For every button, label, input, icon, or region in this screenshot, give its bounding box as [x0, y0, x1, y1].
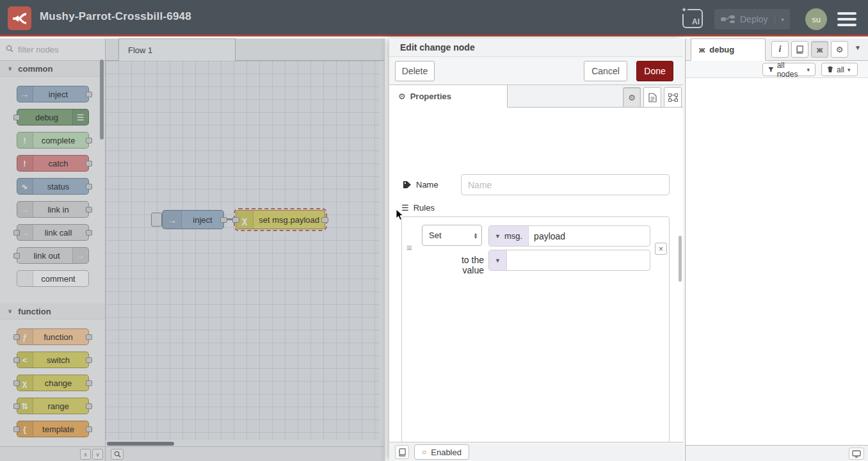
tray-footer: ○ Enabled	[389, 442, 683, 461]
node-red-logo-icon	[8, 6, 31, 30]
rule-property-input[interactable]: ▼ msg. payload	[488, 225, 650, 247]
tray-form: Name ☰ Rules ≡ Set ▴▾ ▼ msg. payload	[389, 108, 683, 442]
node-output-port	[86, 92, 92, 97]
node-enabled-toggle[interactable]: ○ Enabled	[414, 444, 469, 460]
tray-toolbar: Delete Cancel Done	[389, 57, 683, 85]
delete-button[interactable]: Delete	[395, 61, 435, 81]
rule-value-input[interactable]: ▼	[488, 250, 650, 271]
palette-node-link-call[interactable]: →link call	[17, 224, 89, 241]
palette-node-status[interactable]: ∿status	[17, 178, 89, 195]
flow-canvas[interactable]: →injectχset msg.payload	[106, 61, 384, 461]
help-tab-button[interactable]	[791, 41, 808, 58]
sidebar-tabbar: ж debug i ж ⚙ ▼	[686, 38, 868, 61]
deploy-options-caret[interactable]: ▾	[775, 16, 790, 23]
palette-filter-input[interactable]	[18, 42, 100, 56]
palette-node-comment[interactable]: “comment	[17, 270, 89, 287]
canvas-v-scrollbar[interactable]	[380, 61, 384, 440]
chevron-down-icon: ▾	[807, 67, 810, 73]
info-icon: i	[779, 44, 782, 54]
palette-search[interactable]	[0, 38, 105, 61]
canvas-search-button[interactable]	[111, 449, 124, 460]
node-red-app: Mushy-Parrot-Crossbill-6948 ✦ AI Deploy …	[0, 0, 868, 461]
palette-node-link-in[interactable]: →link in	[17, 201, 89, 218]
gear-icon: ⚙	[836, 45, 844, 54]
tab-appearance-button[interactable]	[664, 87, 682, 108]
node-input-port[interactable]	[232, 217, 239, 223]
node-output-port[interactable]	[220, 217, 227, 223]
expand-categories-button[interactable]: ∨	[92, 449, 103, 460]
gear-icon: ⚙	[628, 93, 636, 102]
debug-clear-button[interactable]: all ▾	[821, 63, 858, 76]
palette-node-template[interactable]: {template	[17, 421, 89, 437]
debug-messages-panel[interactable]	[686, 78, 868, 445]
complete-bang-icon: !	[17, 133, 33, 148]
config-nodes-tab-button[interactable]: ⚙	[831, 41, 848, 58]
node-output-port	[86, 161, 92, 166]
collapse-categories-button[interactable]: ∧	[80, 449, 91, 460]
document-icon	[648, 93, 657, 102]
tab-debug[interactable]: ж debug	[691, 38, 766, 61]
workspace-title: Mushy-Parrot-Crossbill-6948	[40, 10, 191, 23]
sidebar-menu-caret[interactable]: ▼	[855, 44, 861, 51]
monitor-icon	[852, 450, 861, 458]
tab-description-button[interactable]	[643, 87, 661, 108]
edit-tray: Edit change node Delete Cancel Done ⚙ Pr…	[389, 38, 683, 461]
circle-icon: ○	[422, 448, 426, 457]
property-type-button[interactable]: ▼ msg.	[489, 226, 529, 246]
inject-trigger-button[interactable]	[151, 213, 162, 227]
palette-node-complete[interactable]: !complete	[17, 132, 89, 149]
open-debug-window-button[interactable]	[849, 448, 864, 460]
tray-scrollbar[interactable]	[679, 236, 682, 282]
switch-fork-icon: <	[17, 352, 33, 368]
selection-frame-icon	[668, 93, 678, 102]
node-output-port	[86, 357, 92, 363]
rule-action-select[interactable]: Set ▴▾	[422, 225, 482, 246]
ai-assistant-button[interactable]: ✦ AI	[682, 9, 703, 28]
name-label: Name	[416, 180, 438, 190]
palette-node-function[interactable]: ƒfunction	[17, 328, 89, 345]
value-type-button[interactable]: ▼	[489, 250, 507, 270]
palette-node-debug[interactable]: ☰debug	[17, 109, 89, 125]
cancel-button[interactable]: Cancel	[584, 61, 627, 81]
rule-drag-handle[interactable]: ≡	[406, 242, 412, 253]
property-value[interactable]: payload	[529, 226, 565, 246]
node-output-port	[86, 426, 92, 432]
palette-node-change[interactable]: χchange	[17, 375, 89, 391]
palette-category-common[interactable]: ∨common	[0, 61, 105, 77]
palette-node-catch[interactable]: !catch	[17, 155, 89, 172]
node-output-port[interactable]	[321, 217, 328, 223]
node-help-button[interactable]	[395, 445, 409, 459]
palette-category-function[interactable]: ∨function	[0, 303, 105, 319]
tray-tabbar: ⚙ Properties ⚙	[389, 85, 683, 108]
done-button[interactable]: Done	[636, 61, 673, 81]
user-avatar[interactable]: su	[805, 8, 827, 30]
palette-node-inject[interactable]: →inject	[17, 86, 89, 102]
function-f-icon: ƒ	[17, 329, 33, 344]
debug-tab-button[interactable]: ж	[811, 41, 828, 58]
name-input[interactable]	[461, 174, 670, 195]
value-value[interactable]	[507, 250, 512, 270]
flow-tab[interactable]: Flow 1	[118, 38, 236, 61]
palette-node-range[interactable]: ⇅range	[17, 398, 89, 414]
main-menu-button[interactable]	[837, 12, 856, 26]
debug-filter-button[interactable]: all nodes ▾	[762, 63, 816, 76]
info-tab-button[interactable]: i	[771, 41, 789, 58]
rules-list: ≡ Set ▴▾ ▼ msg. payload × to the value ▼	[401, 216, 670, 461]
node-output-port	[86, 230, 92, 236]
tab-properties-icon-button[interactable]: ⚙	[623, 87, 641, 108]
flow-node-inject[interactable]: →inject	[162, 210, 224, 229]
palette-node-switch[interactable]: <switch	[17, 352, 89, 368]
rules-label: Rules	[414, 203, 435, 213]
status-pulse-icon: ∿	[17, 179, 33, 194]
change-swap-icon: χ	[17, 375, 33, 391]
remove-rule-button[interactable]: ×	[655, 243, 667, 255]
tab-properties[interactable]: ⚙ Properties	[389, 85, 508, 108]
palette-footer: ∧ ∨	[0, 446, 106, 461]
palette-node-link-out[interactable]: →link out	[17, 247, 89, 264]
funnel-icon	[768, 67, 774, 73]
palette-scrollbar[interactable]	[100, 60, 104, 140]
flow-node-set-msg-payload[interactable]: χset msg.payload	[236, 210, 325, 229]
deploy-button[interactable]: Deploy ▾	[714, 9, 790, 29]
book-icon	[796, 45, 804, 54]
sidebar-footer	[686, 445, 868, 461]
